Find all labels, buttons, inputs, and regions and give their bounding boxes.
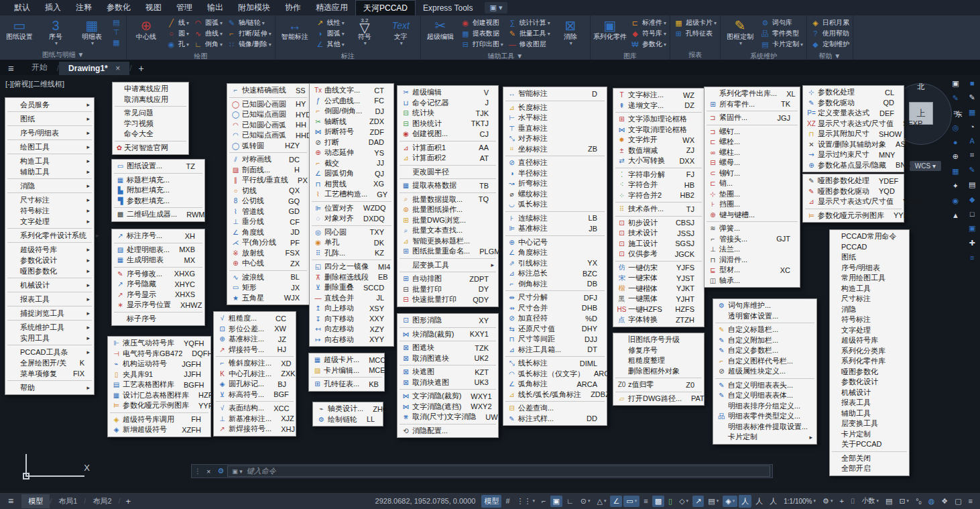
ribbon-button-孔[interactable]: ◉孔▾: [166, 39, 189, 50]
menu-item[interactable]: ⊐紧固件...JGJ: [705, 113, 800, 123]
menu-item[interactable]: ⊘加直径符%D: [503, 313, 607, 324]
menu-item[interactable]: ⌗坐标标注ZB: [503, 144, 607, 155]
ribbon-button-图框定制[interactable]: ✎图框定制▾: [722, 16, 758, 51]
menu-item[interactable]: ◱四分之一镜像MI4: [310, 262, 393, 272]
dock-hatch-icon[interactable]: ⌗: [970, 151, 974, 160]
title-block-icon[interactable]: ▤: [111, 17, 123, 27]
menu-item[interactable]: ▦提取表格数据TB: [397, 180, 498, 191]
menu-item[interactable]: ⋈块消隐(裁剪)KXY1: [397, 329, 498, 340]
menu-item[interactable]: XZ显示尺寸表达式/尺寸值SEXP: [803, 119, 904, 129]
menu-item[interactable]: ⊿显示尺寸表达式/尺寸值YREF: [803, 196, 904, 207]
ribbon-button-标准件[interactable]: ⊏标准件▾: [630, 17, 666, 28]
ribbon-button-提表数据[interactable]: ▦提表数据: [461, 28, 503, 39]
ribbon-button-零件类型[interactable]: 品零件类型: [760, 28, 803, 39]
scale-label[interactable]: 1:1/100%▾: [781, 496, 818, 506]
menu-item[interactable]: ⊿计算面积1AA: [397, 143, 498, 154]
menu-item[interactable]: 尺寸标注▸: [5, 194, 94, 205]
menu-item[interactable]: 文字处理▸: [5, 216, 94, 227]
menu-item[interactable]: ⌕批量数据提取...TQ: [397, 194, 498, 205]
menu-item[interactable]: ⌐管接头...GJT: [705, 234, 800, 245]
menu-item[interactable]: ⊓相贯线XG: [310, 179, 393, 190]
menu-item[interactable]: 品明细表零件类型定义...: [713, 411, 816, 422]
menu-item[interactable]: ✿天河智造官网: [113, 143, 188, 154]
menu-item[interactable]: Z0z值归零Z0: [613, 380, 704, 390]
menu-item[interactable]: 更改圆半径: [397, 167, 498, 178]
ribbon-button-镜像/删除[interactable]: ∷镜像/删除▾: [227, 39, 271, 50]
menu-item[interactable]: ⌐锥斜度标注...XD: [214, 358, 296, 369]
menu-item[interactable]: ⊩液压气动符号库YQFH: [108, 338, 210, 349]
menu-item[interactable]: 参数化设计: [830, 377, 909, 388]
ribbon-button-线[interactable]: ╱线▾: [166, 17, 189, 28]
annotation-visibility-icon[interactable]: 人: [739, 495, 751, 508]
menu-item[interactable]: ⇆还原尺寸值DHY: [503, 324, 607, 335]
menu-item[interactable]: 点字体转换ZTZH: [613, 315, 704, 325]
command-grip-icon[interactable]: ⋮: [192, 467, 203, 475]
menu-item[interactable]: ⌕批量文本查找...: [397, 225, 498, 236]
ribbon-button-卡片定制[interactable]: ▤卡片定制▾: [760, 39, 803, 50]
ribbon-button-图纸设置[interactable]: ▭图纸设置: [1, 16, 38, 50]
menu-item[interactable]: P=定义变量表达式DEF: [803, 108, 904, 119]
menu-item[interactable]: ⚙绘制链轮LL: [313, 414, 383, 425]
menu-item[interactable]: ✎自定义明细表表体...: [713, 390, 816, 401]
menu-item[interactable]: ∠角度线JD: [227, 227, 309, 238]
menu-item[interactable]: ↗焊接符号...HJ: [214, 345, 296, 355]
menu-item[interactable]: ✎哑图参数化驱动YQD: [803, 186, 904, 197]
menu-item[interactable]: 常用绘图工具: [830, 273, 909, 284]
menu-item[interactable]: HS一键HZFSHZFS: [613, 304, 704, 315]
menu-item[interactable]: ▦设计汇总表格图样库HZFH: [108, 390, 210, 401]
menu-item[interactable]: ↝折弯标注: [503, 178, 607, 189]
lock-ui-icon[interactable]: ⊡▾: [896, 496, 912, 507]
menu-item[interactable]: ◈新增超级符号XZFH: [108, 425, 210, 435]
menu-item[interactable]: 申请离线应用: [113, 84, 188, 95]
menu-item[interactable]: ⇝显示过约束尺寸MNY: [803, 150, 904, 160]
menu-item[interactable]: ✎自定义附加栏...: [713, 335, 816, 346]
palette-hatch-icon[interactable]: ⌗: [953, 109, 957, 117]
selection-cycling-icon[interactable]: ▯: [666, 496, 675, 507]
dock-panel-icon[interactable]: ▣: [969, 224, 975, 233]
menu-item[interactable]: ±数值增减ZJ: [613, 146, 704, 156]
menu-item[interactable]: ⋌平(角)分线PF: [227, 237, 309, 248]
ortho-mode-icon[interactable]: ∟: [564, 496, 576, 506]
menu-item[interactable]: 层变换工具▸: [397, 260, 498, 271]
ribbon-button-打印出图[interactable]: ⊟打印出图▾: [461, 39, 503, 50]
menubar-item-tab[interactable]: 输出: [200, 0, 231, 15]
menu-item[interactable]: ⌇工艺槽构造...GY: [310, 189, 393, 200]
menu-item[interactable]: 关于PCCAD: [830, 439, 909, 450]
clean-screen-icon[interactable]: ▢: [952, 496, 964, 507]
menu-item[interactable]: 透明窗体设置...: [713, 311, 816, 322]
menu-item[interactable]: ◈圆孔标记...BJ: [214, 379, 296, 390]
menu-item[interactable]: 帮助▸: [5, 382, 94, 393]
menu-item[interactable]: ◌对象对齐DXDQ: [310, 213, 393, 224]
ribbon-button-圆弧[interactable]: ◠圆弧▾: [193, 17, 223, 28]
menu-item[interactable]: 常见问题: [113, 108, 188, 119]
ribbon-button-系列化零件[interactable]: ▣系列化零件: [592, 16, 628, 51]
menu-item[interactable]: 超级符号库▸: [5, 244, 94, 255]
menu-item[interactable]: 哑图参数化: [830, 367, 909, 378]
ribbon-button-轴/链轮[interactable]: ✎轴/链轮▾: [227, 17, 271, 28]
menu-item[interactable]: ✸文字炸开WX: [613, 135, 704, 146]
menu-item[interactable]: ◠弧长标注（仅文字）ARCL: [503, 369, 607, 380]
menu-item[interactable]: ⊕参数化基点显示/隐藏BNS: [803, 160, 904, 171]
menu-item[interactable]: ⊼删除框选线段EB: [310, 272, 393, 283]
menu-item[interactable]: ⇄大小写转换DXX: [613, 156, 704, 166]
layout-tab-布局1[interactable]: 布局1: [52, 494, 84, 508]
menu-item[interactable]: ⊓润滑件...: [705, 255, 800, 266]
ribbon-button-明细表[interactable]: ▦明细表▾: [74, 16, 110, 50]
menu-item[interactable]: ◎同心圆TXY: [310, 227, 393, 238]
menu-item[interactable]: 取消离线应用: [113, 95, 188, 105]
menu-item[interactable]: 命令大全: [113, 129, 188, 139]
menu-item[interactable]: 全屏绘图开/关K: [5, 357, 94, 368]
menubar-item-tab[interactable]: 参数化: [99, 0, 138, 15]
ribbon-button-智能标注[interactable]: ↔智能标注: [277, 16, 313, 51]
menu-item[interactable]: ⊠块遮图KZT: [397, 367, 498, 378]
menu-item[interactable]: ⊓显示其附加尺寸SHOW: [803, 129, 904, 139]
palette-grid-icon[interactable]: ▣: [952, 79, 959, 88]
menu-item[interactable]: 8公切线GQ: [227, 196, 309, 207]
menu-item[interactable]: ⊟螺母...: [705, 158, 800, 168]
polar-tracking-icon[interactable]: ⊙▾: [578, 496, 593, 507]
menu-item[interactable]: ⊢水平标注: [503, 113, 607, 123]
menu-item[interactable]: 宋一键宋体YJST: [613, 273, 704, 284]
menu-item[interactable]: ⊔命令记忆器J: [397, 98, 498, 109]
units-ruler-icon[interactable]: ⌷: [848, 496, 858, 507]
menu-item[interactable]: ⊕基准标注...JZ: [214, 334, 296, 345]
